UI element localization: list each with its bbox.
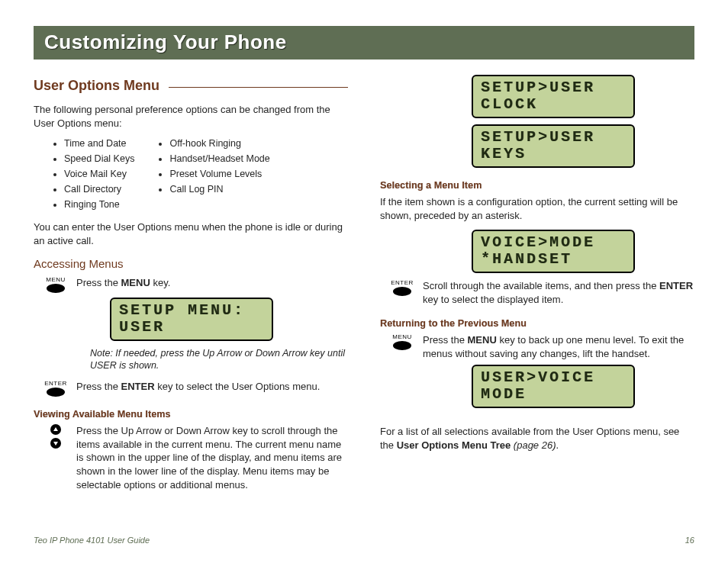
menu-key-icon <box>393 341 411 350</box>
subheading-returning: Returning to the Previous Menu <box>380 318 694 329</box>
enter-key-icon <box>47 388 65 397</box>
enter-key-icon <box>393 287 411 296</box>
menu-key-icon <box>47 284 65 293</box>
enter-key-label: ENTER <box>44 380 67 387</box>
viewing-items-body: Press the Up Arrow or Down Arrow key to … <box>76 424 348 491</box>
lcd-setup-menu-user: SETUP MENU: USER <box>110 298 273 341</box>
list-item: Off-hook Ringing <box>169 137 269 150</box>
options-list-col1: Time and Date Speed Dial Keys Voice Mail… <box>52 137 134 213</box>
subheading-accessing-menus: Accessing Menus <box>34 257 348 270</box>
down-arrow-icon <box>50 438 61 449</box>
page-number: 16 <box>685 536 694 545</box>
intro-paragraph-2: You can enter the User Options menu when… <box>34 220 348 247</box>
list-item: Preset Volume Levels <box>169 168 269 181</box>
lcd-setup-user-keys: SETUP>USER KEYS <box>472 124 635 168</box>
list-item: Ringing Tone <box>64 198 134 211</box>
subheading-viewing-items: Viewing Available Menu Items <box>34 409 348 420</box>
section-heading-user-options: User Options Menu <box>34 78 348 94</box>
list-item: Call Log PIN <box>169 183 269 196</box>
chapter-title: Customizing Your Phone <box>34 26 694 60</box>
list-item: Voice Mail Key <box>64 168 134 181</box>
up-arrow-icon <box>50 424 61 435</box>
menu-key-label: MENU <box>391 333 414 340</box>
lcd-voice-mode-handset: VOICE>MODE *HANDSET <box>472 230 635 273</box>
step-return-menu: Press the MENU key to back up one menu l… <box>423 333 694 360</box>
menu-key-label: MENU <box>44 276 67 283</box>
list-item: Time and Date <box>64 137 134 150</box>
closing-paragraph: For a list of all selections available f… <box>380 425 694 452</box>
note-up-down-arrow: Note: If needed, press the Up Arrow or D… <box>90 347 348 373</box>
selecting-item-body: If the item shown is a configuration opt… <box>380 195 694 222</box>
left-column: User Options Menu The following personal… <box>34 78 348 496</box>
lcd-user-voice-mode: USER>VOICE MODE <box>472 365 635 408</box>
options-list-col2: Off-hook Ringing Handset/Headset Mode Pr… <box>157 137 269 213</box>
right-column: SETUP>USER CLOCK SETUP>USER KEYS Selecti… <box>380 78 694 496</box>
step-press-enter: Press the ENTER key to select the User O… <box>76 380 348 394</box>
enter-key-label: ENTER <box>391 279 414 286</box>
list-item: Speed Dial Keys <box>64 153 134 166</box>
intro-paragraph: The following personal preference option… <box>34 103 348 130</box>
step-press-menu: Press the MENU key. <box>76 276 348 290</box>
footer-title: Teo IP Phone 4101 User Guide <box>34 536 150 545</box>
subheading-selecting-item: Selecting a Menu Item <box>380 180 694 191</box>
lcd-setup-user-clock: SETUP>USER CLOCK <box>472 75 635 118</box>
list-item: Call Directory <box>64 183 134 196</box>
list-item: Handset/Headset Mode <box>169 153 269 166</box>
step-scroll-enter: Scroll through the available items, and … <box>423 279 694 306</box>
